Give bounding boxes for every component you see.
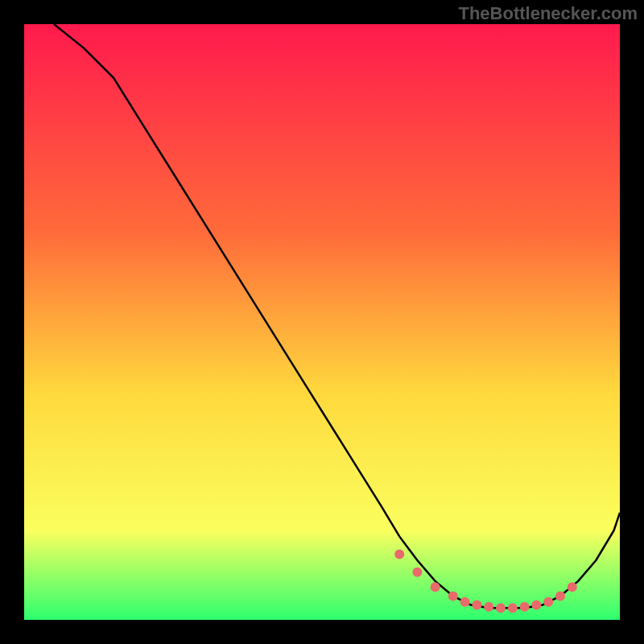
marker-dot bbox=[412, 568, 422, 577]
marker-dot bbox=[543, 597, 553, 607]
gradient-background bbox=[24, 24, 620, 620]
marker-dot bbox=[484, 602, 493, 612]
marker-dot bbox=[508, 603, 518, 613]
marker-dot bbox=[460, 597, 470, 607]
marker-dot bbox=[431, 582, 440, 592]
marker-dot bbox=[520, 602, 530, 612]
marker-dot bbox=[472, 601, 481, 610]
marker-dot bbox=[496, 603, 506, 613]
marker-dot bbox=[394, 550, 404, 559]
marker-dot bbox=[531, 601, 541, 610]
marker-dot bbox=[568, 582, 577, 592]
chart-container: TheBottlenecker.com bbox=[0, 0, 644, 644]
attribution-text: TheBottlenecker.com bbox=[458, 3, 638, 24]
marker-dot bbox=[555, 591, 565, 601]
marker-dot bbox=[448, 591, 458, 601]
bottleneck-chart bbox=[24, 24, 620, 620]
